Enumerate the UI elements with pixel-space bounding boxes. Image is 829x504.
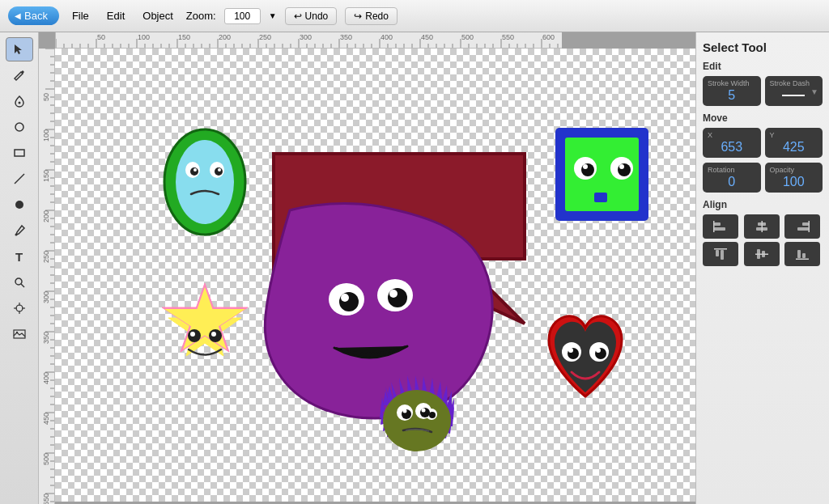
crosshair-tool-btn[interactable] [6, 296, 33, 320]
canvas-container[interactable] [55, 49, 695, 504]
svg-rect-98 [716, 250, 719, 256]
text-tool-btn[interactable]: T [6, 244, 33, 269]
pencil-tool-btn[interactable] [6, 63, 33, 87]
ruler-top [55, 32, 562, 49]
ruler-top-canvas [56, 32, 562, 49]
svg-rect-104 [797, 250, 801, 258]
back-button[interactable]: Back [8, 6, 59, 25]
rotation-value: 0 [728, 175, 735, 189]
purple-blob-face[interactable] [265, 204, 492, 418]
dash-dropdown-arrow[interactable]: ▼ [810, 87, 818, 95]
align-bottom-icon [794, 247, 810, 261]
align-center-h-icon [754, 219, 770, 234]
align-center-h-button[interactable] [744, 214, 780, 239]
stroke-dash-box[interactable]: Stroke Dash ▼ [765, 76, 823, 106]
svg-point-74 [383, 390, 451, 451]
rotation-label: Rotation [708, 166, 756, 174]
x-label: X [708, 131, 756, 139]
image-icon [13, 328, 26, 341]
dot-tool-btn[interactable] [6, 193, 33, 217]
circle-tool-btn[interactable] [6, 115, 33, 139]
pencil-icon [13, 69, 26, 82]
edit-section-label: Edit [703, 61, 823, 72]
rect-tool-btn[interactable] [6, 141, 33, 165]
align-right-button[interactable] [784, 214, 820, 239]
svg-point-44 [619, 164, 624, 169]
drawing-canvas[interactable] [55, 49, 695, 502]
eyedropper-icon [13, 224, 26, 237]
object-menu[interactable]: Object [138, 8, 178, 23]
svg-point-2 [15, 123, 23, 131]
main-toolbar: Back File Edit Object Zoom: ▼ ↩ Undo ↪ R… [0, 0, 829, 32]
circle-icon [13, 121, 26, 133]
y-value: 425 [783, 140, 805, 155]
svg-point-30 [211, 332, 216, 337]
panel-title: Select Tool [703, 40, 823, 54]
main-area: T [0, 32, 829, 504]
select-tool-btn[interactable] [6, 37, 33, 61]
opacity-value: 100 [783, 175, 805, 189]
canvas-area[interactable] [39, 32, 695, 504]
align-left-button[interactable] [703, 214, 738, 239]
align-left-icon [712, 219, 729, 234]
align-grid [703, 214, 823, 266]
canvas-background[interactable] [55, 49, 695, 502]
green-oval-face[interactable] [164, 129, 245, 235]
svg-point-23 [218, 168, 221, 172]
line-tool-btn[interactable] [6, 167, 33, 191]
select-icon [13, 43, 26, 56]
align-center-v-button[interactable] [744, 242, 780, 266]
image-tool-btn[interactable] [6, 322, 33, 346]
pen-tool-btn[interactable] [6, 89, 33, 113]
blue-square-face[interactable] [555, 128, 648, 221]
move-section-label: Move [703, 112, 823, 124]
right-panel: Select Tool Edit Stroke Width 5 Stroke D… [695, 32, 829, 504]
svg-rect-90 [714, 227, 725, 231]
svg-rect-3 [15, 150, 24, 156]
rotation-opacity-fields: Rotation 0 Opacity 100 [703, 163, 823, 193]
star-face[interactable] [162, 283, 248, 356]
rect-icon [13, 146, 26, 159]
align-section-label: Align [703, 199, 823, 210]
svg-rect-94 [761, 221, 763, 232]
ruler-left-canvas [39, 49, 55, 504]
stroke-width-box[interactable]: Stroke Width 5 [703, 76, 761, 106]
zoom-tool-btn[interactable] [6, 270, 33, 294]
svg-rect-95 [802, 222, 809, 226]
svg-point-17 [176, 140, 234, 224]
edit-menu[interactable]: Edit [102, 8, 130, 23]
svg-rect-100 [714, 248, 727, 250]
heart-face[interactable] [549, 316, 622, 396]
redo-button[interactable]: ↪ Redo [345, 7, 397, 25]
align-center-v-icon [754, 247, 770, 261]
svg-line-4 [15, 174, 24, 184]
y-field-box[interactable]: Y 425 [765, 128, 823, 158]
zoom-input[interactable] [224, 8, 261, 24]
align-right-icon [794, 219, 810, 234]
x-value: 653 [721, 140, 742, 155]
xy-fields: X 653 Y 425 [703, 128, 823, 158]
svg-point-22 [193, 168, 197, 172]
svg-rect-106 [796, 259, 809, 260]
zoom-dropdown-arrow[interactable]: ▼ [269, 11, 277, 20]
svg-marker-0 [15, 44, 22, 54]
svg-rect-96 [797, 227, 809, 231]
tools-panel: T [0, 32, 39, 504]
zoom-label: Zoom: [186, 10, 216, 22]
svg-point-80 [429, 412, 436, 418]
undo-button[interactable]: ↩ Undo [285, 7, 338, 25]
pen-icon [13, 95, 26, 108]
svg-point-43 [583, 164, 588, 169]
undo-icon: ↩ [294, 11, 302, 22]
file-menu[interactable]: File [67, 8, 94, 23]
svg-rect-103 [755, 254, 768, 256]
opacity-field-box[interactable]: Opacity 100 [765, 163, 823, 193]
svg-point-9 [16, 305, 23, 311]
stroke-fields: Stroke Width 5 Stroke Dash ▼ [703, 76, 823, 106]
dot-icon [13, 198, 26, 211]
x-field-box[interactable]: X 653 [703, 128, 761, 158]
align-bottom-button[interactable] [784, 242, 820, 266]
rotation-field-box[interactable]: Rotation 0 [703, 163, 761, 193]
align-top-button[interactable] [703, 242, 738, 266]
eyedropper-tool-btn[interactable] [6, 218, 33, 243]
